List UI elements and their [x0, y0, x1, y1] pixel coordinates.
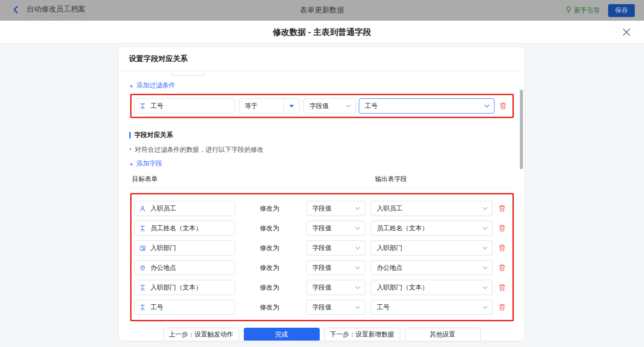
value-type-select[interactable]: 字段值: [306, 260, 365, 275]
prev-step-button[interactable]: 上一步：设置触发动作: [163, 328, 239, 341]
chevron-down-icon: [483, 207, 488, 210]
delete-row-button[interactable]: [498, 303, 506, 312]
chevron-down-icon: [483, 227, 488, 230]
chevron-down-icon: [483, 246, 488, 250]
chevron-down-icon: [355, 266, 360, 270]
modify-to-label: 修改为: [260, 224, 306, 233]
save-button[interactable]: 保存: [608, 4, 635, 17]
wizard-footer: 上一步：设置触发动作 完成 下一步：设置新增数据 其他设置: [129, 328, 514, 341]
target-field-value: 工号: [150, 303, 163, 312]
delete-row-button[interactable]: [498, 205, 506, 213]
chevron-down-icon: [355, 306, 360, 309]
modify-to-label: 修改为: [260, 284, 306, 292]
value-type-value: 字段值: [312, 284, 332, 292]
modify-to-label: 修改为: [260, 264, 306, 272]
operator-caret-zone[interactable]: [283, 99, 299, 113]
next-step-button[interactable]: 下一步：设置新增数据: [324, 328, 400, 341]
filter-value-select[interactable]: 工号: [359, 98, 494, 114]
target-field-input[interactable]: 入职部门: [134, 240, 235, 256]
filter-operator-select[interactable]: 等于: [239, 98, 299, 114]
target-field-value: 办公地点: [150, 264, 176, 272]
target-field-input[interactable]: 员工姓名（文本）: [134, 221, 235, 236]
close-button[interactable]: [621, 27, 632, 38]
mapping-row: 员工姓名（文本） 修改为 字段值 员工姓名（文本）: [134, 221, 512, 236]
modal-title: 修改数据 - 主表到普通字段: [273, 27, 371, 38]
output-field-value: 入职部门（文本）: [377, 284, 428, 292]
target-field-input[interactable]: 办公地点: [134, 260, 235, 275]
target-field-value: 入职部门: [150, 244, 176, 252]
mapping-row: 入职部门 修改为 字段值 入职部门: [134, 240, 512, 256]
output-field-select[interactable]: 工号: [371, 300, 493, 315]
chevron-down-icon: [483, 266, 488, 270]
field-mapping-section-header: 字段对应关系: [129, 131, 514, 139]
column-header-target-form: 目标表单: [132, 175, 158, 183]
chevron-down-icon: [355, 286, 360, 290]
modify-to-label: 修改为: [260, 244, 306, 252]
divider: [129, 188, 514, 188]
scrollbar-thumb[interactable]: [520, 90, 523, 169]
output-field-select[interactable]: 入职部门（文本）: [371, 280, 493, 295]
filter-field-value: 工号: [150, 102, 163, 110]
page-title: 表单更新数据: [0, 6, 644, 15]
add-field-label: 添加字段: [137, 159, 162, 168]
add-filter-condition-link[interactable]: + 添加过滤条件: [129, 81, 175, 90]
mapping-column-headers: 目标表单 输出表字段: [129, 175, 514, 184]
target-field-value: 入职部门（文本）: [150, 284, 202, 292]
filter-value-type-select[interactable]: 字段值: [304, 98, 356, 114]
text-icon: [139, 103, 146, 109]
required-asterisk: *: [129, 147, 132, 154]
filter-value-type-value: 字段值: [310, 102, 329, 110]
panel-scroll-area: + 添加过滤条件 工号 等于 字: [119, 71, 524, 341]
filter-condition-row: 工号 等于 字段值 工号: [134, 98, 512, 114]
value-type-select[interactable]: 字段值: [306, 300, 365, 315]
newbie-guide-button[interactable]: 新手引导: [565, 6, 600, 15]
value-type-value: 字段值: [312, 264, 332, 272]
column-header-output-fields: 输出表字段: [375, 175, 407, 183]
chevron-down-icon: [355, 227, 360, 230]
value-type-select[interactable]: 字段值: [306, 221, 365, 236]
target-field-value: 员工姓名（文本）: [150, 224, 202, 233]
field-mapping-highlight-box: 入职员工 修改为 字段值 入职员工: [130, 193, 514, 321]
output-field-value: 办公地点: [377, 264, 402, 272]
target-field-input[interactable]: 工号: [134, 300, 235, 315]
target-field-input[interactable]: 入职部门（文本）: [134, 280, 235, 295]
chevron-down-icon: [484, 104, 489, 108]
value-type-value: 字段值: [312, 303, 332, 312]
delete-filter-button[interactable]: [499, 102, 507, 110]
chevron-down-icon: [483, 306, 488, 309]
delete-row-button[interactable]: [498, 224, 506, 233]
field-mapping-section-title: 字段对应关系: [134, 131, 173, 139]
settings-panel: 设置字段对应关系 + 添加过滤条件 工号 等于: [119, 47, 524, 341]
output-field-select[interactable]: 办公地点: [371, 260, 493, 275]
mapping-row: 入职部门（文本） 修改为 字段值 入职部门（文本）: [134, 280, 512, 295]
value-type-select[interactable]: 字段值: [306, 280, 365, 295]
value-type-value: 字段值: [312, 244, 332, 252]
delete-row-button[interactable]: [498, 244, 506, 252]
plus-icon: +: [129, 160, 133, 168]
value-type-value: 字段值: [312, 224, 332, 233]
filter-value-value: 工号: [365, 102, 378, 110]
filter-field-input[interactable]: 工号: [134, 98, 235, 114]
modify-to-label: 修改为: [260, 303, 306, 312]
mapping-description: 对符合过滤条件的数据，进行以下字段的修改: [135, 146, 264, 154]
value-type-select[interactable]: 字段值: [306, 240, 365, 256]
user-icon: [139, 205, 146, 212]
topbar: 自动修改员工档案 表单更新数据 新手引导 保存: [0, 0, 644, 21]
mapping-row: 入职员工 修改为 字段值 入职员工: [134, 201, 512, 216]
lightbulb-icon: [565, 6, 572, 15]
output-field-select[interactable]: 入职部门: [371, 240, 493, 256]
delete-row-button[interactable]: [498, 284, 506, 292]
done-button[interactable]: 完成: [244, 328, 320, 341]
value-type-select[interactable]: 字段值: [306, 201, 365, 216]
target-field-input[interactable]: 入职员工: [134, 201, 235, 216]
output-field-select[interactable]: 入职员工: [371, 201, 493, 216]
mapping-description-row: * 对符合过滤条件的数据，进行以下字段的修改: [129, 146, 514, 154]
delete-row-button[interactable]: [498, 264, 506, 272]
output-field-select[interactable]: 员工姓名（文本）: [371, 221, 493, 236]
other-settings-button[interactable]: 其他设置: [405, 328, 481, 341]
text-icon: [139, 225, 146, 232]
text-icon: [139, 304, 146, 311]
output-field-value: 工号: [377, 303, 390, 312]
section-accent-bar: [129, 132, 131, 138]
add-field-link[interactable]: + 添加字段: [129, 159, 162, 168]
